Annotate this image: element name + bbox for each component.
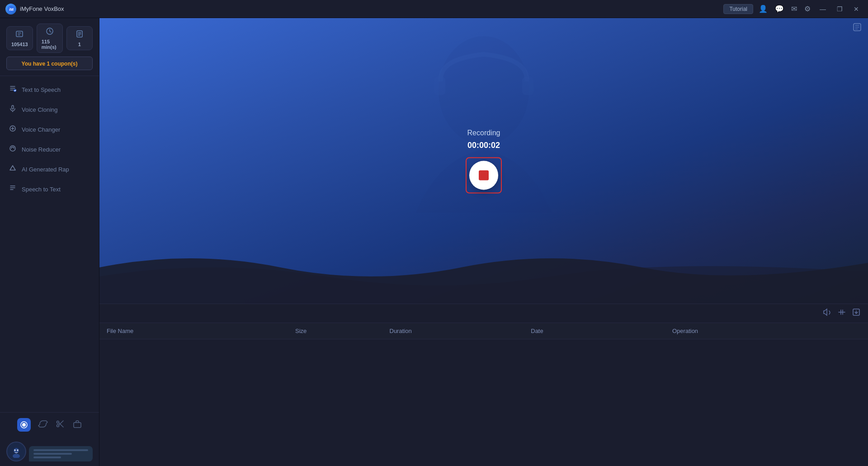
svg-point-9 — [22, 423, 26, 427]
table-header: File Name Size Duration Date Operation — [99, 323, 868, 339]
maximize-button[interactable]: ❐ — [833, 4, 846, 14]
export-icon[interactable] — [852, 308, 861, 319]
svg-point-16 — [14, 450, 16, 451]
svg-point-14 — [14, 448, 19, 453]
recording-section: Recording 00:00:02 — [99, 18, 868, 304]
chatbot-bubble — [29, 446, 93, 461]
speech-to-text-label: Speech to Text — [22, 186, 61, 193]
voice-cloning-icon — [8, 105, 17, 114]
chatbot-avatar — [6, 442, 26, 461]
sidebar-item-noise-reducer[interactable]: Noise Reducer — [0, 139, 99, 159]
trim-icon[interactable] — [837, 308, 846, 319]
coupon-banner[interactable]: You have 1 coupon(s) — [6, 57, 93, 70]
col-header-size: Size — [295, 328, 390, 334]
svg-point-17 — [17, 450, 19, 451]
sidebar-nav: Text to Speech Voice Cloning — [0, 76, 99, 412]
stat-characters: 105413 — [6, 26, 33, 50]
items-value: 1 — [78, 42, 81, 47]
items-icon — [75, 29, 84, 41]
col-header-operation: Operation — [672, 328, 861, 334]
svg-point-15 — [13, 454, 20, 458]
sidebar-stats: 105413 115 min(s) — [0, 18, 99, 76]
ai-rap-icon — [8, 164, 17, 174]
svg-rect-20 — [522, 77, 533, 95]
svg-rect-2 — [16, 31, 23, 37]
chat-icon[interactable]: 💬 — [773, 3, 786, 15]
characters-value: 105413 — [11, 42, 28, 47]
sidebar-item-speech-to-text[interactable]: Speech to Text — [0, 179, 99, 199]
record-tab[interactable] — [17, 418, 31, 432]
stat-items: 1 — [66, 26, 93, 50]
stat-minutes: 115 min(s) — [37, 24, 63, 53]
voice-cloning-label: Voice Cloning — [22, 106, 58, 113]
stats-row: 105413 115 min(s) — [6, 24, 93, 53]
corner-icon — [853, 23, 862, 34]
sidebar: 105413 115 min(s) — [0, 18, 99, 466]
voice-changer-label: Voice Changer — [22, 126, 60, 133]
characters-icon — [15, 29, 24, 41]
chat-line-2 — [33, 453, 72, 455]
stop-button[interactable] — [469, 161, 498, 190]
svg-rect-19 — [434, 77, 445, 95]
svg-rect-6 — [12, 105, 14, 109]
minutes-value: 115 min(s) — [42, 39, 58, 50]
sidebar-item-voice-changer[interactable]: Voice Changer — [0, 119, 99, 139]
title-bar: iM iMyFone VoxBox Tutorial 👤 💬 ✉ ⚙ — ❐ ✕ — [0, 0, 868, 18]
sidebar-item-voice-cloning[interactable]: Voice Cloning — [0, 100, 99, 119]
minutes-icon — [45, 27, 54, 38]
chat-line-3 — [33, 456, 61, 458]
recording-label: Recording — [467, 128, 500, 137]
wave-decoration — [99, 249, 868, 304]
stop-button-container — [466, 157, 502, 193]
table-toolbar — [99, 304, 868, 323]
ai-rap-label: AI Generated Rap — [22, 166, 69, 173]
sidebar-item-text-to-speech[interactable]: Text to Speech — [0, 80, 99, 100]
minimize-button[interactable]: — — [816, 4, 830, 14]
tutorial-button[interactable]: Tutorial — [723, 4, 753, 14]
app-logo: iM — [5, 4, 16, 14]
title-bar-right: Tutorial 👤 💬 ✉ ⚙ — ❐ ✕ — [723, 3, 863, 15]
sidebar-bottom — [0, 412, 99, 437]
col-header-date: Date — [531, 328, 672, 334]
volume-icon[interactable] — [823, 308, 832, 319]
svg-point-5 — [14, 89, 16, 92]
close-button[interactable]: ✕ — [850, 4, 863, 14]
content-area: Recording 00:00:02 — [99, 18, 868, 466]
mail-icon[interactable]: ✉ — [789, 3, 799, 15]
stop-icon — [479, 170, 489, 180]
voice-changer-icon — [8, 124, 17, 134]
loop-tab[interactable] — [38, 419, 48, 431]
chat-line-1 — [33, 449, 88, 451]
noise-reducer-icon — [8, 144, 17, 154]
coupon-text: You have 1 coupon(s) — [22, 61, 78, 67]
title-bar-left: iM iMyFone VoxBox — [5, 4, 64, 14]
user-icon[interactable]: 👤 — [757, 3, 769, 15]
scissors-tab[interactable] — [55, 419, 65, 431]
speech-to-text-icon — [8, 184, 17, 194]
settings-icon[interactable]: ⚙ — [802, 3, 812, 15]
recording-ui: Recording 00:00:02 — [466, 128, 502, 193]
chatbot — [0, 437, 99, 466]
app-title: iMyFone VoxBox — [20, 5, 64, 12]
text-to-speech-label: Text to Speech — [22, 86, 61, 93]
sidebar-item-ai-generated-rap[interactable]: AI Generated Rap — [0, 159, 99, 179]
svg-text:iM: iM — [9, 7, 14, 12]
svg-point-8 — [10, 146, 15, 151]
main-layout: 105413 115 min(s) — [0, 18, 868, 466]
svg-rect-13 — [74, 423, 81, 428]
table-body — [99, 339, 868, 466]
briefcase-tab[interactable] — [72, 419, 82, 431]
recording-timer: 00:00:02 — [467, 140, 500, 150]
text-to-speech-icon — [8, 85, 17, 95]
noise-reducer-label: Noise Reducer — [22, 146, 61, 153]
col-header-filename: File Name — [107, 328, 295, 334]
table-section: File Name Size Duration Date Operation — [99, 304, 868, 466]
col-header-duration: Duration — [390, 328, 531, 334]
